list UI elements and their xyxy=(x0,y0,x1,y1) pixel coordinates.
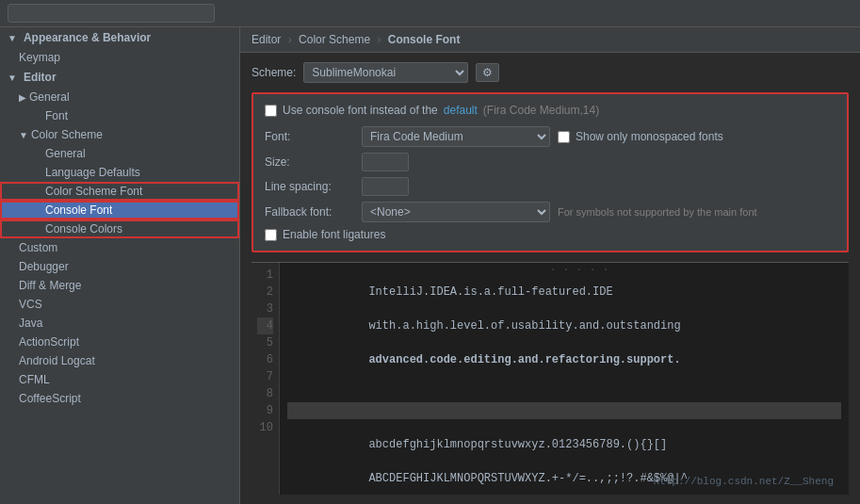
fallback-hint: For symbols not supported by the main fo… xyxy=(558,206,757,218)
sidebar-item-color-scheme[interactable]: ▼ Color Scheme xyxy=(0,125,239,144)
sidebar-item-label: Custom xyxy=(19,241,57,254)
sidebar-item-label: Editor xyxy=(24,71,57,84)
expand-arrow-icon: ▼ xyxy=(8,73,17,83)
monospaced-checkbox[interactable] xyxy=(558,131,570,143)
sidebar-item-cfml[interactable]: CFML xyxy=(0,370,239,389)
sidebar-item-label: Keymap xyxy=(19,51,60,64)
line-num-9: 9 xyxy=(257,402,273,419)
line-num-6: 6 xyxy=(257,351,273,368)
code-line-3: advanced.code.editing.and.refactoring.su… xyxy=(368,353,680,366)
size-input[interactable]: 14 xyxy=(362,153,409,171)
code-line-1: IntelliJ.IDEA.is.a.full-featured.IDE xyxy=(368,285,612,299)
sidebar-item-label: CoffeeScript xyxy=(19,392,81,405)
line-num-3: 3 xyxy=(257,301,273,317)
line-num-7: 7 xyxy=(257,368,273,385)
fallback-font-row: Fallback font: <None> For symbols not su… xyxy=(265,202,836,222)
font-select[interactable]: Fira Code Medium xyxy=(362,126,550,147)
sidebar-item-label: Color Scheme Font xyxy=(45,185,142,198)
content-area: Editor › Color Scheme › Console Font Sch… xyxy=(240,27,860,504)
sidebar-item-diff-merge[interactable]: Diff & Merge xyxy=(0,276,239,295)
main-container: ▼ Appearance & Behavior Keymap ▼ Editor … xyxy=(0,27,860,504)
sidebar-item-label: Android Logcat xyxy=(19,354,95,367)
code-content: IntelliJ.IDEA.is.a.full-featured.IDE wit… xyxy=(280,263,849,495)
content-body: Scheme: SublimeMonokai ⚙ Use console fon… xyxy=(240,53,860,504)
top-bar xyxy=(0,0,860,27)
fallback-label: Fallback font: xyxy=(265,205,354,219)
code-line-4 xyxy=(287,402,841,419)
line-spacing-row: Line spacing: 1.0 xyxy=(265,177,836,196)
watermark: http://blog.csdn.net/Z__Sheng xyxy=(654,476,834,487)
preview-lines: 1 2 3 4 5 6 7 8 9 10 IntelliJ.IDEA.is.a.… xyxy=(252,263,849,495)
sidebar-item-keymap[interactable]: Keymap xyxy=(0,48,239,67)
scheme-select[interactable]: SublimeMonokai xyxy=(303,62,468,83)
sidebar-item-editor[interactable]: ▼ Editor xyxy=(0,67,239,88)
sidebar-item-language-defaults[interactable]: Language Defaults xyxy=(0,163,239,182)
settings-panel: Use console font instead of the default … xyxy=(252,92,849,252)
sidebar-item-actionscript[interactable]: ActionScript xyxy=(0,333,239,351)
breadcrumb-sep2: › xyxy=(377,33,383,46)
sidebar-item-console-font[interactable]: Console Font xyxy=(0,201,239,219)
sidebar-item-label: Java xyxy=(19,317,42,330)
ligatures-row: Enable font ligatures xyxy=(265,228,836,241)
sidebar-item-android-logcat[interactable]: Android Logcat xyxy=(0,351,239,370)
fallback-select[interactable]: <None> xyxy=(362,202,550,222)
breadcrumb-sep1: › xyxy=(288,33,295,46)
monospaced-row: Show only monospaced fonts xyxy=(558,130,723,143)
breadcrumb-console-font: Console Font xyxy=(388,33,461,46)
ligatures-label: Enable font ligatures xyxy=(283,228,385,241)
expand-arrow-icon: ▼ xyxy=(8,33,17,43)
gear-button[interactable]: ⚙ xyxy=(476,63,499,82)
code-line-5: abcdefghijklmnopqrstuvwxyz.0123456789.()… xyxy=(368,438,667,451)
scheme-row: Scheme: SublimeMonokai ⚙ xyxy=(252,62,849,83)
sidebar-item-label: ActionScript xyxy=(19,335,79,349)
sidebar-item-general[interactable]: ▶ General xyxy=(0,88,239,106)
sidebar-item-debugger[interactable]: Debugger xyxy=(0,257,239,276)
line-num-1: 1 xyxy=(257,267,273,284)
sidebar-item-label: General xyxy=(29,90,70,104)
sidebar-item-label: Language Defaults xyxy=(45,166,140,179)
line-spacing-input[interactable]: 1.0 xyxy=(362,177,409,196)
sidebar-item-cs-general[interactable]: General xyxy=(0,144,239,163)
line-num-10: 10 xyxy=(257,419,273,436)
sidebar-item-coffeescript[interactable]: CoffeeScript xyxy=(0,389,239,408)
ligatures-checkbox[interactable] xyxy=(265,229,277,241)
sidebar-item-label: Color Scheme xyxy=(31,128,103,141)
sidebar-item-label: CFML xyxy=(19,373,50,386)
monospaced-label: Show only monospaced fonts xyxy=(576,130,723,143)
font-row: Font: Fira Code Medium Show only monospa… xyxy=(265,126,836,147)
sidebar-item-label: VCS xyxy=(19,298,42,311)
search-input[interactable] xyxy=(8,4,215,23)
line-num-2: 2 xyxy=(257,284,273,301)
line-num-5: 5 xyxy=(257,334,273,351)
font-label: Font: xyxy=(265,130,354,143)
sidebar-item-label: Console Colors xyxy=(45,222,122,236)
default-font-hint: (Fira Code Medium,14) xyxy=(483,104,599,117)
sidebar-item-console-colors[interactable]: Console Colors xyxy=(0,219,239,238)
expand-arrow-icon: ▼ xyxy=(19,130,28,140)
use-console-font-checkbox[interactable] xyxy=(265,105,277,117)
drag-handle-icon: · · · · · xyxy=(550,265,609,275)
breadcrumb-color-scheme: Color Scheme xyxy=(299,33,370,46)
breadcrumb-editor: Editor xyxy=(252,33,281,46)
use-console-font-row: Use console font instead of the default … xyxy=(265,104,836,117)
sidebar-item-java[interactable]: Java xyxy=(0,314,239,333)
line-numbers: 1 2 3 4 5 6 7 8 9 10 xyxy=(252,263,280,495)
sidebar-item-label: Debugger xyxy=(19,260,69,273)
sidebar-item-custom[interactable]: Custom xyxy=(0,238,239,257)
line-num-4: 4 xyxy=(257,317,273,334)
sidebar-item-vcs[interactable]: VCS xyxy=(0,295,239,314)
sidebar-item-label: Font xyxy=(45,109,68,122)
sidebar: ▼ Appearance & Behavior Keymap ▼ Editor … xyxy=(0,27,240,504)
sidebar-item-color-scheme-font[interactable]: Color Scheme Font xyxy=(0,182,239,201)
sidebar-item-label: Console Font xyxy=(45,203,112,217)
preview-area: · · · · · 1 2 3 4 5 6 7 8 9 10 xyxy=(252,262,849,495)
sidebar-item-font[interactable]: Font xyxy=(0,106,239,125)
sidebar-item-appearance-behavior[interactable]: ▼ Appearance & Behavior xyxy=(0,27,239,48)
line-spacing-label: Line spacing: xyxy=(265,180,354,193)
use-console-font-label: Use console font instead of the xyxy=(283,104,438,117)
expand-arrow-icon: ▶ xyxy=(19,92,26,103)
default-font-link[interactable]: default xyxy=(444,104,478,117)
size-row: Size: 14 xyxy=(265,153,836,171)
size-label: Size: xyxy=(265,155,354,169)
code-line-6: ABCDEFGHIJKLMNOPQRSTUVWXYZ.+-*/=..,;;!?.… xyxy=(368,472,687,485)
